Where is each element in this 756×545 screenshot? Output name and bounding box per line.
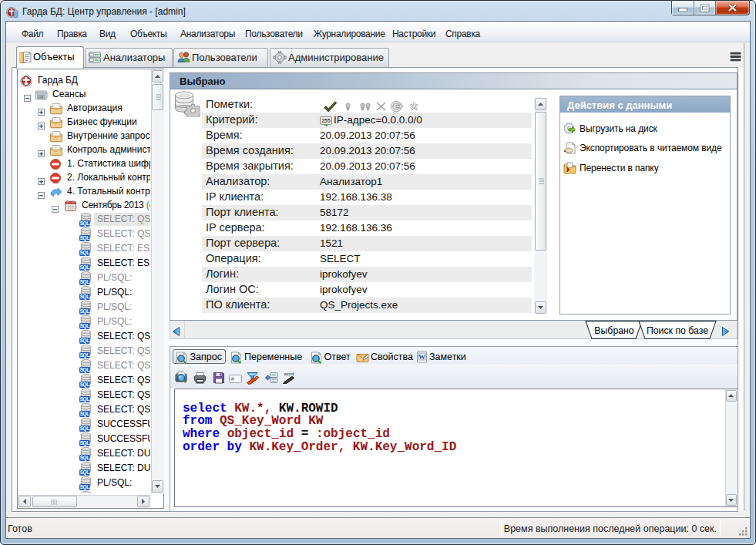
svg-text:SQL: SQL	[80, 367, 89, 373]
svg-text:SQL: SQL	[80, 264, 89, 271]
svg-text:SQL: SQL	[80, 323, 89, 329]
svg-text:255: 255	[321, 118, 331, 123]
svg-text:SQL: SQL	[80, 308, 89, 315]
svg-text:SQL: SQL	[80, 396, 89, 402]
svg-text:SQL: SQL	[80, 469, 89, 476]
svg-text:SQL: SQL	[80, 235, 89, 241]
svg-text:word: word	[283, 372, 294, 376]
svg-text:SQL: SQL	[80, 455, 89, 461]
svg-text:SQL: SQL	[80, 338, 89, 344]
svg-text:SQL: SQL	[80, 382, 89, 388]
svg-text:SQL: SQL	[80, 484, 89, 490]
svg-text:SQL: SQL	[80, 279, 89, 285]
svg-text:SQL: SQL	[80, 440, 89, 446]
svg-text:#: #	[231, 375, 235, 382]
svg-text:Выбрано: Выбрано	[594, 325, 634, 335]
svg-text:SQL: SQL	[80, 220, 89, 227]
svg-text:SQL: SQL	[80, 250, 89, 256]
svg-text:SQL: SQL	[80, 411, 89, 417]
svg-text:SQL: SQL	[80, 352, 89, 358]
svg-text:W: W	[418, 353, 425, 361]
svg-text:SQL: SQL	[80, 426, 89, 432]
svg-text:Поиск по базе: Поиск по базе	[647, 325, 708, 335]
svg-text:SQL: SQL	[80, 294, 89, 300]
